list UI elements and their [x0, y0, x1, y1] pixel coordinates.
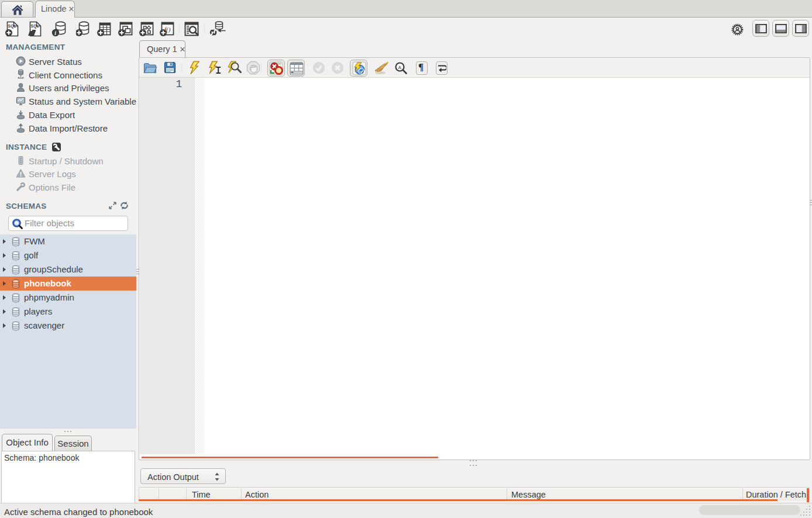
svg-text:SQL: SQL	[31, 24, 39, 29]
svg-text:i: i	[54, 30, 56, 36]
svg-text:SQL: SQL	[8, 24, 16, 29]
svg-text:A: A	[398, 65, 402, 70]
